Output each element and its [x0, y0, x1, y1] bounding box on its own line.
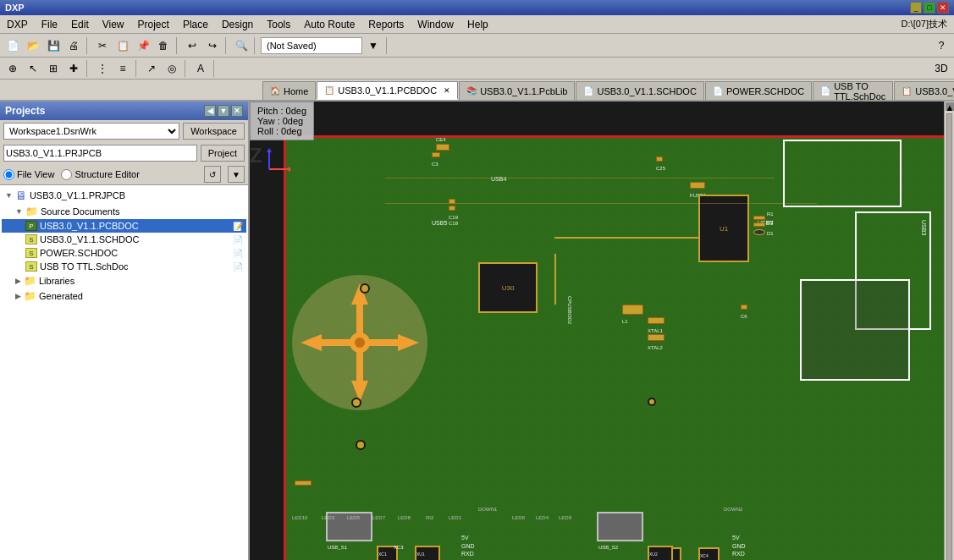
tree-schdoc[interactable]: S USB3.0_V1.1.SCHDOC 📄 [2, 233, 246, 246]
tab-usb-sch[interactable]: 📄 USB TO TTL.SchDoc [813, 81, 893, 100]
pcb-board[interactable]: CE4 C3 USB4 USB5 C19 C18 U30 [284, 135, 944, 560]
pcb-tool-5[interactable]: ⋮ [93, 59, 112, 78]
roll-label: Roll : 0deg [257, 126, 306, 136]
right-scrollbar[interactable]: ▲ ▼ [944, 102, 954, 560]
power-schdoc-label: POWER.SCHDOC [40, 248, 118, 258]
project-input[interactable] [3, 145, 197, 162]
component-xc4: XC4 [698, 547, 720, 560]
zoom-in-button[interactable]: 🔍 [232, 36, 251, 55]
cut-button[interactable]: ✂ [93, 36, 112, 55]
tab-schdoc[interactable]: 📄 USB3.0_V1.1.SCHDOC [576, 81, 703, 100]
delete-button[interactable]: 🗑 [154, 36, 173, 55]
paste-button[interactable]: 📌 [134, 36, 152, 55]
component-xu1: XU1 [415, 546, 440, 560]
close-button[interactable]: ✕ [937, 2, 949, 14]
not-saved-label: (Not Saved) [261, 37, 362, 54]
tab-pcbdoc[interactable]: 📋 USB3.0_V1.1.PCBDOC ✕ [317, 81, 458, 100]
component-c6: C6 [741, 305, 747, 320]
dropdown-button[interactable]: ▼ [364, 36, 383, 55]
label-cpusbod2: CPUSBOD2 [567, 296, 572, 324]
project-icon: 🖥 [15, 189, 27, 202]
tree-root-project[interactable]: ▼ 🖥 USB3.0_V1.1.PRJPCB [2, 187, 246, 204]
tree-usb-ttl-schdoc[interactable]: S USB TO TTL.SchDoc 📄 [2, 260, 246, 273]
new-button[interactable]: 📄 [3, 36, 22, 55]
redo-button[interactable]: ↪ [203, 36, 222, 55]
pcblib-icon: 📚 [466, 86, 477, 96]
toolbar-main: 📄 📂 💾 🖨 ✂ 📋 📌 🗑 ↩ ↪ 🔍 (Not Saved) ▼ ? [0, 34, 954, 58]
pcb-tool-route[interactable]: ↗ [142, 59, 161, 78]
open-button[interactable]: 📂 [24, 36, 42, 55]
pcbdoc-label: USB3.0_V1.1.PCBDOC [40, 221, 139, 231]
menu-autoroute[interactable]: Auto Route [297, 17, 361, 32]
menu-window[interactable]: Window [411, 17, 460, 32]
sch-file-icon-3: S [25, 261, 37, 272]
tab-close-pcbdoc[interactable]: ✕ [444, 86, 450, 95]
pcb-tool-2[interactable]: ↖ [24, 59, 42, 78]
tab-power-sch[interactable]: 📄 POWER.SCHDOC [705, 81, 812, 100]
window-controls: _ □ ✕ [910, 2, 949, 14]
board-edge-left [284, 135, 286, 560]
menu-help[interactable]: Help [460, 17, 495, 32]
pcb-tool-text[interactable]: A [191, 59, 210, 78]
pcb-tool-6[interactable]: ≡ [113, 59, 132, 78]
project-button[interactable]: Project [201, 145, 245, 162]
pcb-tool-via[interactable]: ◎ [163, 59, 181, 78]
tree-power-schdoc[interactable]: S POWER.SCHDOC 📄 [2, 246, 246, 260]
workspace-button[interactable]: Workspace [183, 123, 245, 140]
component-u30: U30 [478, 262, 538, 313]
tree-generated[interactable]: ▶ 📁 Generated [2, 288, 246, 304]
app-title: DXP [5, 3, 25, 13]
maximize-button[interactable]: □ [924, 2, 935, 14]
component-c25-ce6: C25 [656, 156, 665, 172]
menu-place[interactable]: Place [176, 17, 215, 32]
menu-view[interactable]: View [96, 17, 131, 32]
tree-pcbdoc[interactable]: P USB3.0_V1.1.PCBDOC 📝 [2, 219, 246, 233]
usb-sch-icon: 📄 [820, 86, 830, 96]
menu-reports[interactable]: Reports [361, 17, 411, 32]
scroll-thumb[interactable] [946, 113, 952, 560]
component-xtal2: XTAL2 [648, 334, 664, 351]
print-button[interactable]: 🖨 [64, 36, 83, 55]
menu-tools[interactable]: Tools [260, 17, 297, 32]
panel-close-button[interactable]: ✕ [231, 105, 243, 117]
view-options-button[interactable]: ▼ [228, 166, 245, 183]
view-refresh-button[interactable]: ↺ [204, 166, 221, 183]
help-toolbar-button[interactable]: ? [932, 36, 951, 55]
copy-button[interactable]: 📋 [113, 36, 132, 55]
svg-marker-3 [267, 148, 272, 152]
pitch-info-overlay: Pitch : 0deg Yaw : 0deg Roll : 0deg [250, 102, 314, 140]
tree-source-docs[interactable]: ▼ 📁 Source Documents [2, 204, 246, 219]
file-view-radio[interactable] [3, 169, 14, 180]
panel-menu-button[interactable]: ▼ [218, 105, 229, 117]
menu-file[interactable]: File [35, 17, 64, 32]
view-toggle-row: File View Structure Editor ↺ ▼ [0, 164, 248, 185]
pcb-canvas[interactable]: Pitch : 0deg Yaw : 0deg Roll : 0deg Z [250, 102, 944, 560]
menu-project[interactable]: Project [131, 17, 176, 32]
menu-design[interactable]: Design [215, 17, 260, 32]
undo-button[interactable]: ↩ [183, 36, 201, 55]
via-4 [648, 398, 656, 406]
pcb-tool-1[interactable]: ⊕ [3, 59, 22, 78]
tab-home[interactable]: 🏠 Home [262, 81, 316, 100]
minimize-button[interactable]: _ [910, 2, 922, 14]
menu-dxp[interactable]: DXP [0, 17, 35, 32]
title-path-label: D:\[07]技术 [895, 16, 954, 32]
scroll-up-button[interactable]: ▲ [946, 102, 954, 111]
workspace-select[interactable]: Workspace1.DsnWrk [3, 123, 179, 140]
label-5v-gnd-rxd-txd-left: 5V GND RXD TXD [461, 534, 475, 560]
save-button[interactable]: 💾 [44, 36, 63, 55]
component-l1: L1 [622, 305, 643, 325]
tab-pcblib[interactable]: 📚 USB3.0_V1.1.PcbLib [459, 81, 575, 100]
pcb-tool-4[interactable]: ✚ [64, 59, 83, 78]
label-led10: LED10 [292, 515, 307, 520]
pcb-tool-3[interactable]: ⊞ [44, 59, 63, 78]
menu-edit[interactable]: Edit [64, 17, 96, 32]
pcb-3d-button[interactable]: 3D [932, 59, 951, 78]
project-row: Project [0, 142, 248, 164]
label-r2: R2 [767, 220, 774, 225]
label-down1: DOWN1 [478, 507, 497, 512]
tab-pcb2[interactable]: 📋 USB3.0_V1.1.P... [894, 81, 954, 100]
structure-editor-radio[interactable] [61, 169, 72, 180]
panel-pin-button[interactable]: ◀ [204, 105, 216, 117]
tree-libraries[interactable]: ▶ 📁 Libraries [2, 273, 246, 288]
